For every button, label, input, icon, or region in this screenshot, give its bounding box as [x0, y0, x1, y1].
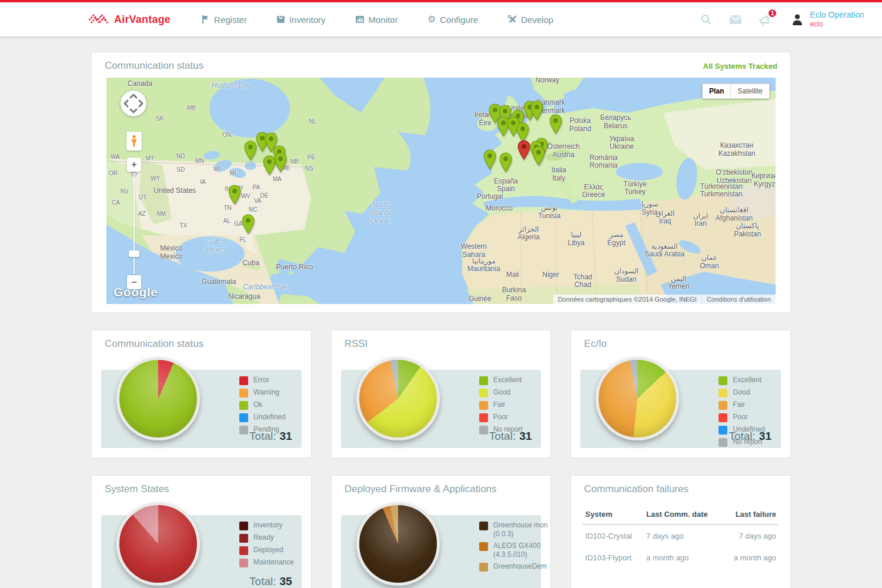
legend-label: ALEOS GX400 (4.3.5.010) [493, 542, 552, 559]
search-icon [700, 14, 712, 25]
legend-label: Inventory [253, 521, 282, 530]
total: Total:31 [729, 430, 771, 443]
chart-area: Greenhouse mon (0.0.3)ALEOS GX400 (4.3.5… [341, 515, 542, 588]
zoom-slider-handle[interactable] [129, 250, 139, 257]
legend-swatch [479, 413, 488, 422]
map[interactable]: CanadaHudson BayNorwayUnited StatesMéxic… [106, 78, 776, 304]
legend-item: Maintenance [239, 558, 312, 567]
legend-item: Undefined [239, 413, 312, 422]
user-name: Eclo Operation [810, 10, 864, 21]
legend-item: Fair [719, 400, 791, 410]
failure-cell: a month ago [644, 547, 723, 569]
total-value: 35 [280, 575, 292, 587]
failure-cell: ID103-Flyport [583, 547, 644, 569]
legend-label: GreenhouseDem [493, 562, 547, 571]
header-right-cluster: 1 Eclo Operation eclo [699, 10, 864, 29]
green-map-marker[interactable] [530, 101, 543, 123]
inventory-icon [276, 15, 285, 24]
column-header-system: System [583, 505, 644, 524]
ecio-pie [596, 357, 679, 440]
green-map-marker[interactable] [532, 146, 546, 168]
chart-area: InventoryReadyDeployedMaintenance Total:… [101, 515, 302, 588]
legend-swatch [479, 376, 488, 385]
legend: InventoryReadyDeployedMaintenance [239, 521, 312, 567]
airvantage-logo-icon [88, 12, 109, 26]
total: Total:31 [489, 430, 532, 443]
legend-item: Good [479, 388, 552, 397]
google-logo[interactable]: Google [113, 285, 158, 299]
top-nav-bar: AirVantage Register Inventory Monitor ⚙ … [0, 0, 882, 36]
map-copyright: Données cartographiques ©2014 Google, IN… [553, 295, 701, 304]
monitor-chart-icon [355, 15, 365, 24]
legend-swatch [479, 401, 488, 410]
communication-failures-table: System Last Comm. date Last failure ID10… [583, 505, 779, 569]
pan-arrows-icon [121, 91, 146, 116]
legend-item: GreenhouseDem [479, 562, 552, 572]
legend-label: Maintenance [253, 558, 294, 567]
legend-label: Warning [253, 388, 279, 397]
terms-of-use-link[interactable]: Conditions d'utilisation [701, 295, 776, 304]
all-systems-tracked-link[interactable]: All Systems Tracked [703, 62, 777, 71]
user-texts: Eclo Operation eclo [810, 10, 864, 29]
legend-item: Good [719, 388, 791, 397]
legend-label: Poor [733, 413, 747, 422]
legend-swatch [239, 546, 248, 555]
failure-cell: ID102-Crystal [583, 524, 644, 547]
map-pan-control[interactable] [121, 91, 146, 116]
legend-swatch [719, 389, 727, 397]
green-map-marker[interactable] [549, 114, 562, 136]
user-menu[interactable]: Eclo Operation eclo [791, 10, 864, 29]
green-map-marker[interactable] [242, 214, 255, 236]
nav-item-develop[interactable]: Develop [507, 15, 553, 25]
legend-swatch [239, 401, 248, 410]
nav-item-inventory[interactable]: Inventory [276, 15, 326, 25]
nav-item-monitor[interactable]: Monitor [355, 15, 398, 25]
legend-item: Excellent [719, 376, 791, 385]
zoom-in-button[interactable]: + [127, 158, 141, 172]
map-plan-button[interactable]: Plan [702, 83, 731, 99]
envelope-icon [729, 15, 742, 25]
nav-item-register[interactable]: Register [201, 15, 247, 25]
system-states-pie [116, 502, 200, 586]
brand-name: AirVantage [114, 14, 171, 26]
communication-failures-panel: Communication failures System Last Comm.… [570, 475, 791, 588]
green-map-marker[interactable] [228, 185, 242, 207]
chart-area: ErrorWarningOkUndefinedPending Total:31 [101, 370, 302, 448]
legend-label: Greenhouse mon (0.0.3) [493, 521, 552, 539]
total: Total:35 [249, 575, 292, 588]
legend-item: Excellent [479, 376, 552, 385]
green-map-marker[interactable] [499, 152, 513, 175]
legend: ErrorWarningOkUndefinedPending [239, 376, 312, 435]
legend-swatch [719, 401, 727, 410]
airvantage-logo[interactable]: AirVantage [88, 12, 171, 26]
total-label: Total: [249, 430, 276, 442]
pegman-icon [130, 135, 138, 148]
communication-status-pie [116, 357, 200, 440]
search-button[interactable] [699, 12, 713, 26]
legend-item: Ready [239, 533, 312, 543]
total-value: 31 [280, 430, 292, 442]
notifications-button[interactable]: 1 [758, 12, 772, 26]
legend-label: Ok [253, 400, 262, 409]
column-header-last-comm: Last Comm. date [644, 505, 723, 524]
legend-item: Deployed [239, 546, 312, 555]
messages-button[interactable] [729, 12, 743, 26]
street-view-pegman[interactable] [126, 132, 142, 151]
green-map-marker[interactable] [262, 155, 276, 178]
failure-cell: a month ago [723, 547, 779, 569]
gear-icon: ⚙ [427, 15, 436, 24]
legend-label: Excellent [733, 376, 761, 385]
zoom-slider-track[interactable] [133, 173, 135, 274]
total-label: Total: [729, 430, 755, 442]
legend-label: Fair [493, 400, 506, 409]
system-states-chart-panel: System States InventoryReadyDeployedMain… [91, 475, 312, 588]
green-map-marker[interactable] [243, 141, 257, 163]
nav-item-configure[interactable]: ⚙ Configure [427, 15, 478, 25]
green-map-marker[interactable] [483, 149, 497, 172]
legend-swatch [239, 534, 248, 543]
map-satellite-button[interactable]: Satellite [731, 83, 770, 99]
map-panel-title: Communication status [105, 60, 203, 72]
nav-label: Inventory [289, 15, 326, 25]
legend-swatch [479, 563, 488, 572]
legend-label: Fair [733, 400, 745, 409]
